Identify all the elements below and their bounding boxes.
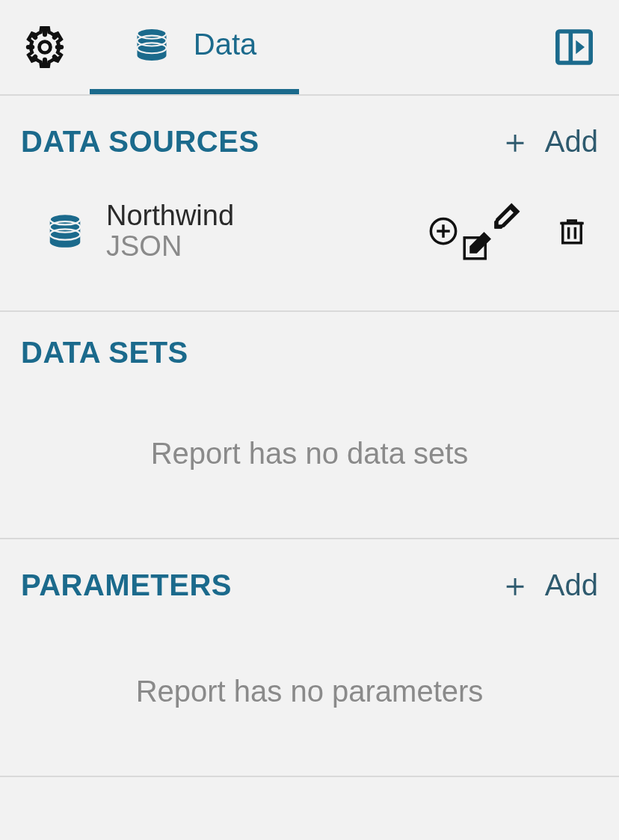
add-parameter-button[interactable]: ＋ Add — [499, 563, 598, 607]
plus-icon: ＋ — [499, 563, 532, 607]
parameters-empty-message: Report has no parameters — [21, 615, 598, 746]
section-parameters: PARAMETERS ＋ Add Report has no parameter… — [0, 539, 619, 777]
svg-marker-9 — [576, 40, 585, 55]
database-icon — [132, 25, 171, 65]
delete-data-source-button[interactable] — [556, 200, 588, 263]
toolbar: Data — [0, 0, 619, 96]
add-dataset-from-source-button[interactable] — [428, 200, 459, 263]
add-data-source-button[interactable]: ＋ Add — [499, 120, 598, 164]
database-icon — [39, 210, 91, 252]
add-parameter-label: Add — [545, 568, 598, 602]
tab-data-label: Data — [194, 28, 257, 61]
add-data-source-label: Add — [545, 125, 598, 159]
section-data-sets: DATA SETS Report has no data sets — [0, 312, 619, 539]
panel-collapse-icon — [553, 26, 595, 68]
panel-collapse-button[interactable] — [529, 0, 619, 94]
data-source-name: Northwind — [106, 200, 428, 232]
svg-rect-23 — [563, 224, 582, 243]
edit-data-source-button[interactable] — [492, 200, 523, 263]
trash-icon — [556, 215, 588, 248]
parameters-title: PARAMETERS — [21, 568, 232, 602]
svg-point-0 — [40, 42, 51, 53]
circle-plus-icon — [428, 215, 459, 247]
data-sets-title: DATA SETS — [21, 336, 188, 370]
settings-button[interactable] — [0, 0, 90, 94]
edit-icon — [492, 200, 523, 263]
section-data-sources: DATA SOURCES ＋ Add Northwind JSON — [0, 96, 619, 312]
tab-data[interactable]: Data — [90, 0, 299, 94]
data-source-type: JSON — [106, 230, 428, 263]
data-source-row[interactable]: Northwind JSON — [21, 171, 598, 280]
svg-rect-7 — [558, 31, 591, 63]
plus-icon: ＋ — [499, 120, 532, 164]
data-sources-title: DATA SOURCES — [21, 125, 259, 159]
data-sets-empty-message: Report has no data sets — [21, 377, 598, 508]
gear-icon — [24, 26, 66, 68]
